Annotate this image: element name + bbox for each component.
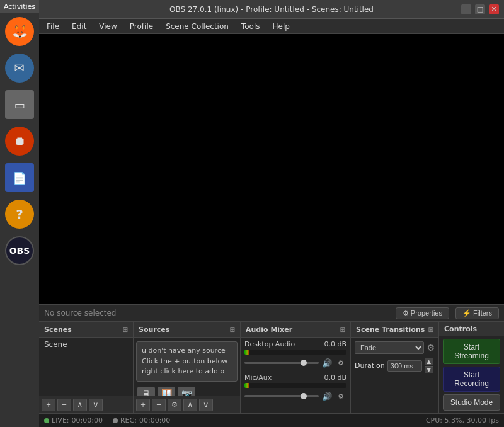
duration-input[interactable] xyxy=(387,360,422,372)
sources-panel-icon[interactable]: ⊞ xyxy=(230,326,235,333)
menu-edit[interactable]: Edit xyxy=(67,21,91,32)
scene-item[interactable]: Scene xyxy=(39,338,133,351)
menubar: File Edit View Profile Scene Collection … xyxy=(39,19,504,34)
start-recording-button[interactable]: Start Recording xyxy=(443,367,500,392)
live-dot xyxy=(44,418,49,423)
sources-panel-header: Sources ⊞ xyxy=(134,322,240,338)
window-title: OBS 27.0.1 (linux) - Profile: Untitled -… xyxy=(82,5,461,14)
sources-tooltip-line3: right click here to add o xyxy=(142,367,232,377)
obs-icon[interactable]: OBS xyxy=(5,236,34,265)
cpu-stats: CPU: 5.3%, 30.00 fps xyxy=(426,416,499,424)
mic-aux-mute[interactable]: 🔊 xyxy=(321,390,333,402)
transitions-row: Fade ⚙ xyxy=(355,341,435,354)
transitions-gear-icon[interactable]: ⚙ xyxy=(427,343,435,353)
firefox-icon[interactable]: 🦊 xyxy=(5,17,34,46)
duration-up-button[interactable]: ▲ xyxy=(425,358,433,365)
sources-panel-title: Sources xyxy=(139,326,169,334)
transitions-content: Fade ⚙ Duration ▲ ▼ xyxy=(351,338,438,377)
scenes-panel-title: Scenes xyxy=(44,326,72,334)
scene-down-button[interactable]: ∨ xyxy=(89,399,103,411)
mic-aux-meter xyxy=(244,383,346,388)
scenes-panel: Scenes ⊞ Scene + − ∧ ∨ xyxy=(39,322,134,413)
transitions-panel: Scene Transitions ⊞ Fade ⚙ Duration xyxy=(351,322,439,413)
rec-dot xyxy=(113,418,118,423)
start-streaming-button[interactable]: Start Streaming xyxy=(443,339,500,364)
statusbar: LIVE: 00:00:00 REC: 00:00:00 CPU: 5.3%, … xyxy=(39,413,504,427)
menu-file[interactable]: File xyxy=(42,21,64,32)
mic-aux-controls: 🔊 ⚙ xyxy=(244,389,346,403)
activities-label[interactable]: Activities xyxy=(0,0,39,13)
mic-aux-fill xyxy=(244,383,249,388)
menu-help[interactable]: Help xyxy=(267,21,294,32)
close-button[interactable]: ✕ xyxy=(489,4,499,14)
scene-add-button[interactable]: + xyxy=(42,399,55,411)
scenes-panel-bottom-bar: + − ∧ ∨ xyxy=(39,396,133,413)
writer-icon[interactable]: 📄 xyxy=(5,163,34,192)
mic-aux-label: Mic/Aux xyxy=(244,373,272,382)
desktop-audio-db: 0.0 dB xyxy=(324,340,346,348)
desktop-audio-slider[interactable] xyxy=(244,362,319,364)
sources-tooltip-line1: u don't have any source xyxy=(142,346,232,356)
mic-aux-thumb xyxy=(301,393,307,399)
minimize-button[interactable]: − xyxy=(461,4,471,14)
audio-panel-icon[interactable]: ⊞ xyxy=(340,326,345,333)
mic-aux-db: 0.0 dB xyxy=(324,373,346,382)
controls-panel: Controls Start Streaming Start Recording… xyxy=(439,322,504,413)
desktop-audio-fill xyxy=(244,350,249,355)
source-add-button[interactable]: + xyxy=(136,399,150,411)
mic-aux-slider[interactable] xyxy=(244,395,319,397)
menu-tools[interactable]: Tools xyxy=(236,21,265,32)
files-icon[interactable]: ▭ xyxy=(5,90,34,119)
preview-canvas[interactable] xyxy=(39,34,504,304)
audio-panel-header: Audio Mixer ⊞ xyxy=(241,322,350,338)
no-source-label: No source selected xyxy=(44,309,116,317)
mail-icon[interactable]: ✉ xyxy=(5,54,34,83)
sources-tooltip: u don't have any source Click the + butt… xyxy=(136,341,238,382)
obs-window: OBS 27.0.1 (linux) - Profile: Untitled -… xyxy=(39,0,504,427)
source-icon-window[interactable]: 🪟 xyxy=(158,387,175,396)
mic-aux-channel: Mic/Aux 0.0 dB 🔊 ⚙ xyxy=(241,371,350,404)
properties-button[interactable]: ⚙ Properties xyxy=(396,307,449,319)
desktop-audio-settings[interactable]: ⚙ xyxy=(335,357,346,368)
source-icon-monitor[interactable]: 🖥 xyxy=(137,387,155,396)
duration-row: Duration ▲ ▼ xyxy=(355,358,435,373)
sources-panel: Sources ⊞ u don't have any source Click … xyxy=(134,322,241,413)
live-label: LIVE: xyxy=(52,416,69,424)
rec-label: REC: xyxy=(120,416,137,424)
source-up-button[interactable]: ∧ xyxy=(183,399,197,411)
scene-remove-button[interactable]: − xyxy=(57,399,71,411)
source-remove-button[interactable]: − xyxy=(152,399,166,411)
controls-panel-header: Controls xyxy=(439,322,504,336)
audio-panel-title: Audio Mixer xyxy=(246,326,292,334)
rec-time: 00:00:00 xyxy=(139,416,170,424)
source-settings-button[interactable]: ⚙ xyxy=(168,399,181,411)
live-time: 00:00:00 xyxy=(72,416,103,424)
audio-panel: Audio Mixer ⊞ Desktop Audio 0.0 dB xyxy=(241,322,351,413)
titlebar: OBS 27.0.1 (linux) - Profile: Untitled -… xyxy=(39,0,504,19)
taskbar: Activities 🦊 ✉ ▭ ⏺ 📄 ? OBS xyxy=(0,0,39,427)
menu-view[interactable]: View xyxy=(94,21,122,32)
scene-up-button[interactable]: ∧ xyxy=(73,399,87,411)
panels-container: Scenes ⊞ Scene + − ∧ ∨ Sources ⊞ xyxy=(39,322,504,413)
source-down-button[interactable]: ∨ xyxy=(199,399,213,411)
mic-aux-settings[interactable]: ⚙ xyxy=(335,390,346,402)
menu-scene-collection[interactable]: Scene Collection xyxy=(161,21,234,32)
transitions-panel-title: Scene Transitions xyxy=(356,326,425,334)
rhythmbox-icon[interactable]: ⏺ xyxy=(5,127,34,156)
source-icon-camera[interactable]: 📷 xyxy=(178,387,195,396)
maximize-button[interactable]: □ xyxy=(475,4,485,14)
desktop-audio-controls: 🔊 ⚙ xyxy=(244,356,346,370)
filters-button[interactable]: ⚡ Filters xyxy=(455,307,499,319)
source-bar: No source selected ⚙ Properties ⚡ Filter… xyxy=(39,304,504,322)
duration-label: Duration xyxy=(355,362,385,370)
scenes-panel-icon[interactable]: ⊞ xyxy=(123,326,128,333)
help-icon[interactable]: ? xyxy=(5,200,34,229)
studio-mode-button[interactable]: Studio Mode xyxy=(443,394,500,411)
duration-spinner: ▲ ▼ xyxy=(425,358,433,373)
transition-type-select[interactable]: Fade xyxy=(355,341,424,354)
menu-profile[interactable]: Profile xyxy=(125,21,158,32)
transitions-panel-icon[interactable]: ⊞ xyxy=(428,326,433,333)
scenes-panel-header: Scenes ⊞ xyxy=(39,322,133,338)
duration-down-button[interactable]: ▼ xyxy=(425,366,433,373)
desktop-audio-mute[interactable]: 🔊 xyxy=(321,357,333,368)
